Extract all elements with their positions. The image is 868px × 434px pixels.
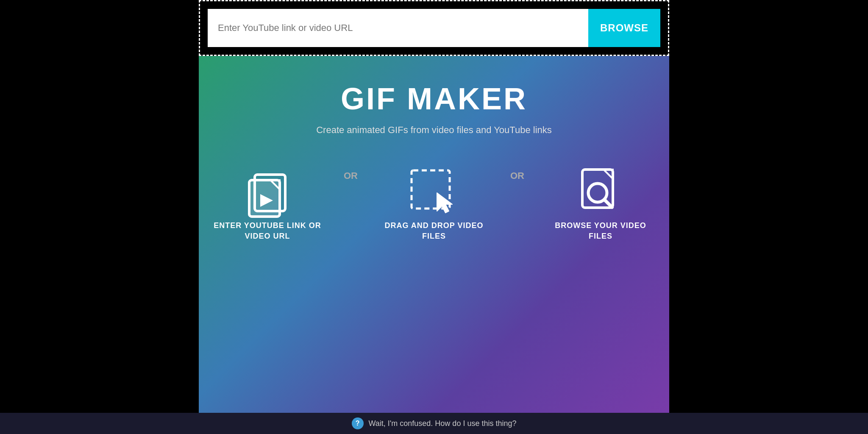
option-drag-drop-label: DRAG AND DROP VIDEOFILES [384,220,483,242]
main-content: GIF MAKER Create animated GIFs from vide… [199,56,669,434]
browse-files-icon [573,165,628,220]
svg-line-7 [604,200,612,207]
option-youtube-link[interactable]: ENTER YOUTUBE LINK ORVIDEO URL [212,165,323,242]
subtitle: Create animated GIFs from video files an… [316,125,552,136]
option-drag-drop[interactable]: DRAG AND DROP VIDEOFILES [379,165,489,242]
drag-drop-icon [406,165,462,220]
page-title: GIF MAKER [341,81,527,116]
url-input-area: BROWSE [199,0,669,56]
option-browse-files[interactable]: BROWSE YOUR VIDEO FILES [545,165,656,242]
url-bar: BROWSE [208,9,660,47]
help-icon[interactable]: ? [352,417,364,429]
options-row: ENTER YOUTUBE LINK ORVIDEO URL OR DRAG A… [199,165,669,242]
footer-help-bar: ? Wait, I'm confused. How do I use this … [0,413,868,434]
url-input[interactable] [208,9,588,47]
or-label-2: OR [510,170,524,181]
help-text[interactable]: Wait, I'm confused. How do I use this th… [369,419,517,428]
option-browse-label: BROWSE YOUR VIDEO FILES [545,220,656,242]
video-url-icon [240,165,295,220]
browse-button[interactable]: BROWSE [588,9,660,47]
option-youtube-label: ENTER YOUTUBE LINK ORVIDEO URL [214,220,321,242]
or-label-1: OR [344,170,358,181]
